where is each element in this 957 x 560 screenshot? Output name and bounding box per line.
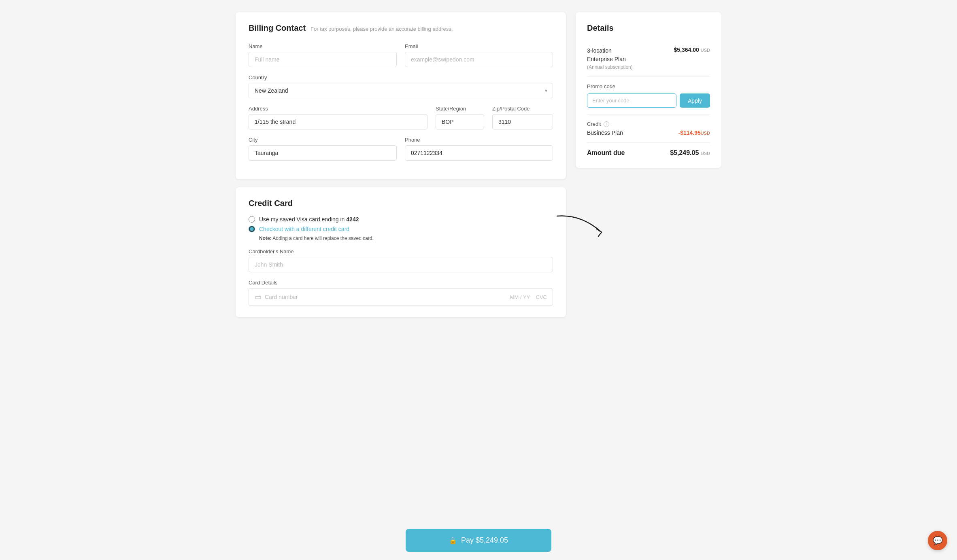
pay-button-label: Pay $5,249.05: [461, 536, 508, 545]
credit-label-row: Credit i: [587, 121, 710, 127]
credit-card-card: Credit Card Use my saved Visa card endin…: [236, 187, 566, 317]
card-hints: MM / YY CVC: [510, 294, 547, 300]
card-icon: ▭: [255, 293, 262, 301]
card-number-placeholder: Card number: [265, 294, 298, 300]
cardholder-group: Cardholder's Name: [249, 248, 553, 272]
billing-contact-subtitle: For tax purposes, please provide an accu…: [310, 26, 453, 32]
zip-input[interactable]: [492, 114, 553, 129]
zip-group: Zip/Postal Code: [492, 106, 553, 129]
billing-contact-title: Billing Contact: [249, 23, 306, 33]
plan-row: 3-location Enterprise Plan (Annual subsc…: [587, 41, 710, 77]
saved-card-radio[interactable]: [249, 216, 255, 223]
country-select-wrapper: New Zealand Australia United States Unit…: [249, 83, 553, 98]
cardholder-input[interactable]: [249, 257, 553, 272]
country-select[interactable]: New Zealand Australia United States Unit…: [249, 83, 553, 98]
country-label: Country: [249, 74, 553, 81]
credit-card-title: Credit Card: [249, 199, 553, 208]
state-input[interactable]: [436, 114, 484, 129]
card-number-field[interactable]: ▭ Card number MM / YY CVC: [249, 288, 553, 306]
email-input[interactable]: [405, 52, 553, 67]
credit-label: Credit: [587, 121, 601, 127]
address-input[interactable]: [249, 114, 427, 129]
state-label: State/Region: [436, 106, 484, 112]
city-label: City: [249, 137, 397, 143]
different-card-radio[interactable]: [249, 226, 255, 232]
plan-price: $5,364.00 USD: [674, 47, 710, 53]
card-date-hint: MM / YY: [510, 294, 530, 300]
email-group: Email: [405, 43, 553, 67]
card-options-container: Use my saved Visa card ending in 4242 Ch…: [249, 216, 553, 232]
note-label: Note:: [259, 235, 272, 241]
cardholder-label: Cardholder's Name: [249, 248, 553, 255]
phone-label: Phone: [405, 137, 553, 143]
details-card: Details 3-location Enterprise Plan (Annu…: [576, 12, 721, 168]
pay-button[interactable]: 🔒 Pay $5,249.05: [406, 529, 551, 552]
apply-button[interactable]: Apply: [680, 93, 710, 108]
billing-contact-card: Billing Contact For tax purposes, please…: [236, 12, 566, 179]
left-panel: Billing Contact For tax purposes, please…: [236, 12, 566, 317]
zip-label: Zip/Postal Code: [492, 106, 553, 112]
credit-row: Business Plan -$114.95USD: [587, 129, 710, 136]
credit-amount-currency: USD: [701, 131, 710, 136]
different-card-link[interactable]: Checkout with a different credit card: [259, 226, 349, 232]
name-input[interactable]: [249, 52, 397, 67]
promo-section: Promo code Apply: [587, 77, 710, 115]
phone-input[interactable]: [405, 145, 553, 161]
promo-input-row: Apply: [587, 93, 710, 108]
city-phone-row: City Phone: [249, 137, 553, 161]
address-row: Address State/Region Zip/Postal Code: [249, 106, 553, 129]
lock-icon: 🔒: [449, 537, 457, 544]
amount-due-value: $5,249.05 USD: [670, 149, 710, 157]
details-title: Details: [587, 23, 710, 33]
address-group: Address: [249, 106, 427, 129]
plan-name: 3-location: [587, 47, 633, 55]
city-input[interactable]: [249, 145, 397, 161]
plan-price-currency: USD: [701, 48, 710, 53]
amount-due-row: Amount due $5,249.05 USD: [587, 143, 710, 157]
phone-group: Phone: [405, 137, 553, 161]
country-row: Country New Zealand Australia United Sta…: [249, 74, 553, 98]
pay-button-container: 🔒 Pay $5,249.05: [0, 521, 957, 560]
promo-code-input[interactable]: [587, 93, 676, 108]
right-panel: Details 3-location Enterprise Plan (Annu…: [576, 12, 721, 168]
state-group: State/Region: [436, 106, 484, 129]
plan-type: Enterprise Plan: [587, 55, 633, 64]
email-label: Email: [405, 43, 553, 49]
note-content: Adding a card here will replace the save…: [272, 235, 373, 241]
chat-button[interactable]: 💬: [928, 531, 947, 550]
saved-card-label: Use my saved Visa card ending in 4242: [259, 216, 359, 223]
different-card-option[interactable]: Checkout with a different credit card: [249, 226, 553, 232]
credit-amount: -$114.95USD: [678, 129, 710, 136]
name-group: Name: [249, 43, 397, 67]
plan-price-value: $5,364.00: [674, 47, 699, 53]
info-icon[interactable]: i: [604, 121, 609, 127]
card-details-label: Card Details: [249, 280, 553, 286]
arrow-annotation: [553, 212, 610, 240]
card-details-group: Card Details ▭ Card number MM / YY CVC: [249, 280, 553, 306]
plan-info: 3-location Enterprise Plan (Annual subsc…: [587, 47, 633, 71]
name-email-row: Name Email: [249, 43, 553, 67]
address-label: Address: [249, 106, 427, 112]
saved-card-option[interactable]: Use my saved Visa card ending in 4242: [249, 216, 553, 223]
amount-due-label: Amount due: [587, 149, 625, 157]
name-label: Name: [249, 43, 397, 49]
promo-label: Promo code: [587, 83, 710, 89]
card-cvc-hint: CVC: [536, 294, 547, 300]
chat-icon: 💬: [933, 536, 943, 545]
credit-section: Credit i Business Plan -$114.95USD: [587, 115, 710, 143]
note-text: Note: Adding a card here will replace th…: [259, 235, 553, 241]
plan-billing: (Annual subscription): [587, 64, 633, 71]
city-group: City: [249, 137, 397, 161]
amount-due-price: $5,249.05: [670, 149, 699, 156]
amount-due-currency: USD: [701, 151, 710, 156]
credit-plan: Business Plan: [587, 129, 623, 136]
country-group: Country New Zealand Australia United Sta…: [249, 74, 553, 98]
credit-amount-value: -$114.95: [678, 129, 700, 136]
